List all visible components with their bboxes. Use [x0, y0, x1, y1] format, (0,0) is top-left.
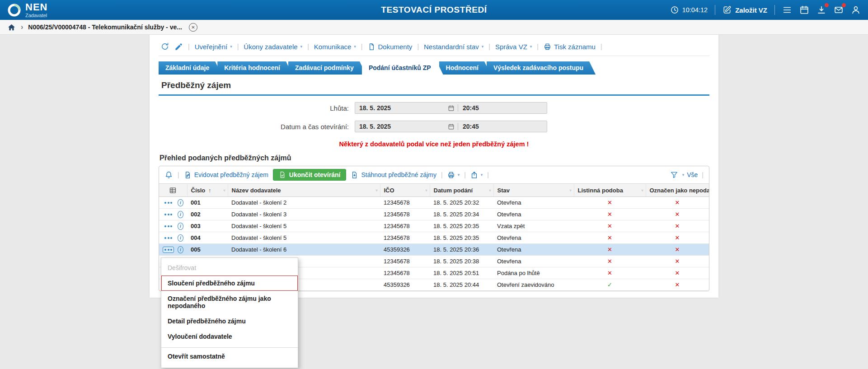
menu-label: Dokumenty — [378, 43, 413, 51]
table-row[interactable]: i 003Dodavatel - školení 5 1234567818. 5… — [159, 220, 709, 232]
divider: | — [178, 171, 179, 178]
funnel-icon — [670, 171, 678, 179]
close-record-button[interactable]: ✕ — [189, 23, 197, 32]
tab-hodnoceni[interactable]: Hodnocení — [439, 61, 491, 75]
table-header-row: Číslo ↑ ▿ Název dodavatele ▿ IČO ▿ — [159, 184, 709, 197]
ctx-slouceni[interactable]: Sloučení předběžného zájmu — [161, 276, 298, 291]
row-menu-button[interactable] — [163, 211, 174, 218]
home-icon — [7, 23, 16, 32]
evidovat-button[interactable]: Evidovat předběžný zájem — [184, 171, 268, 179]
column-settings-header[interactable] — [159, 184, 187, 197]
nepodany-mark: ✕ — [646, 232, 709, 244]
col-nepodany[interactable]: Označen jako nepodaný — [646, 184, 709, 197]
filter-button[interactable] — [670, 171, 678, 179]
menu-sprava-vz[interactable]: Správa VZ ▾ — [495, 43, 532, 51]
info-icon[interactable]: i — [178, 223, 183, 230]
oteviranie-date-value[interactable]: 18. 5. 2025 — [355, 123, 448, 130]
profile-button[interactable] — [851, 5, 861, 15]
col-datum[interactable]: Datum podání ▿ — [430, 184, 493, 197]
lhuta-date-value[interactable]: 18. 5. 2025 — [355, 104, 448, 112]
col-listinna[interactable]: Listinná podoba ▿ — [574, 184, 646, 197]
col-stav[interactable]: Stav ▿ — [493, 184, 574, 197]
divider: | — [488, 43, 490, 50]
ctx-oznaceni-nepodaneho[interactable]: Označení předběžného zájmu jako nepodané… — [161, 291, 298, 313]
downloads-button[interactable] — [816, 5, 826, 15]
info-icon[interactable]: i — [178, 234, 183, 242]
divider: | — [487, 171, 489, 178]
table-row[interactable]: i 001Dodavatel - školení 2 1234567818. 5… — [159, 197, 709, 209]
ukoncit-oteviranie-button[interactable]: Ukončit otevírání — [273, 169, 347, 181]
menu-label: Správa VZ — [495, 43, 527, 51]
filter-caret-icon[interactable]: ▿ — [223, 188, 225, 192]
calendar-icon[interactable] — [448, 123, 455, 130]
section-header: Předběžný zájem — [159, 75, 709, 96]
lhuta-time-value[interactable]: 20:45 — [458, 104, 479, 112]
menu-ukony-zadavatele[interactable]: Úkony zadavatele ▾ — [244, 43, 302, 51]
caret-down-icon: ▾ — [530, 44, 532, 49]
caret-down-icon: ▾ — [230, 44, 232, 49]
calendar-icon[interactable] — [448, 105, 455, 112]
col-cislo[interactable]: Číslo ↑ ▿ — [187, 184, 228, 197]
bell-icon — [164, 171, 173, 179]
tab-zakladni-udaje[interactable]: Základní údaje — [159, 61, 221, 75]
nepodany-mark: ✕ — [646, 220, 709, 232]
sort-asc-icon: ↑ — [208, 187, 211, 194]
col-ico[interactable]: IČO ▿ — [380, 184, 430, 197]
menu-komunikace[interactable]: Komunikace ▾ — [314, 43, 356, 51]
stahnout-button[interactable]: Stáhnout předběžné zájmy — [351, 171, 436, 179]
ctx-otevrit-samostatne[interactable]: Otevřít samostatně — [161, 349, 298, 364]
messages-button[interactable] — [834, 5, 844, 15]
home-button[interactable] — [7, 23, 16, 32]
menu-nestandardni-stav[interactable]: Nestandardní stav ▾ — [424, 43, 483, 51]
tab-kriteria-hodnoceni[interactable]: Kritéria hodnocení — [217, 61, 292, 75]
filter-caret-icon[interactable]: ▿ — [489, 188, 491, 192]
tab-vysledek-zadavaciho-postupu[interactable]: Výsledek zadávacího postupu — [487, 61, 596, 75]
filter-caret-icon[interactable]: ▿ — [641, 188, 643, 192]
tab-zadavaci-podminky[interactable]: Zadávací podmínky — [288, 61, 366, 75]
main-menu-button[interactable] — [782, 5, 792, 15]
breadcrumb-item[interactable]: N006/25/V00004748 - Telekomunikační služ… — [28, 23, 182, 31]
row-menu-button[interactable] — [163, 223, 174, 229]
info-icon[interactable]: i — [178, 246, 183, 253]
ctx-vylouceni[interactable]: Vyloučení dodavatele — [161, 329, 298, 344]
edit-record-button[interactable] — [174, 42, 183, 51]
create-vz-button[interactable]: Založit VZ — [723, 5, 767, 14]
filter-preset-vse[interactable]: ▾ Vše — [682, 171, 698, 178]
col-nazev[interactable]: Název dodavatele ▿ — [228, 184, 380, 197]
logo-text: NEN — [25, 2, 47, 12]
listinna-mark: ✕ — [574, 209, 646, 220]
listinna-mark: ✕ — [574, 244, 646, 256]
tab-podani-ucastniku-zp[interactable]: Podání účastníků ZP — [362, 61, 443, 75]
filter-caret-icon[interactable]: ▿ — [425, 188, 427, 192]
col-label: Označen jako nepodaný — [650, 187, 709, 194]
menu-dokumenty[interactable]: Dokumenty — [368, 43, 413, 51]
row-menu-button[interactable] — [163, 235, 174, 241]
ctx-detail[interactable]: Detail předběžného zájmu — [161, 313, 298, 329]
menu-label: Úkony zadavatele — [244, 43, 297, 51]
export-button[interactable]: ▾ — [470, 171, 483, 179]
oteviranie-time-value[interactable]: 20:45 — [458, 123, 479, 130]
info-icon[interactable]: i — [178, 199, 183, 206]
nen-logo[interactable]: NEN Zadavatel — [7, 2, 47, 18]
menu-tisk-zaznamu[interactable]: Tisk záznamu — [544, 43, 596, 51]
nepodany-mark: ✕ — [646, 244, 709, 256]
row-menu-button[interactable] — [163, 200, 174, 206]
listinna-mark: ✕ — [574, 220, 646, 232]
watch-button[interactable] — [164, 171, 173, 179]
record-tabs: Základní údaje Kritéria hodnocení Zadáva… — [159, 61, 709, 75]
info-icon[interactable]: i — [178, 211, 183, 218]
table-row-selected[interactable]: i 005Dodavatel - školení 6 4535932618. 5… — [159, 244, 709, 256]
filter-caret-icon[interactable]: ▿ — [375, 188, 377, 192]
table-row[interactable]: i 002Dodavatel - školení 3 1234567818. 5… — [159, 209, 709, 220]
col-label: Číslo — [191, 187, 206, 194]
filter-caret-icon[interactable]: ▿ — [569, 188, 571, 192]
hamburger-icon — [782, 5, 792, 15]
ctx-desifrovat: Dešifrovat — [161, 260, 298, 276]
table-row[interactable]: i 004Dodavatel - školení 5 1234567818. 5… — [159, 232, 709, 244]
print-grid-button[interactable]: ▾ — [447, 171, 460, 179]
row-menu-button-active[interactable] — [163, 247, 174, 253]
caret-down-icon: ▾ — [482, 44, 484, 49]
calendar-button[interactable] — [799, 5, 809, 15]
menu-uverejneni[interactable]: Uveřejnění ▾ — [195, 43, 232, 51]
refresh-button[interactable] — [160, 42, 169, 51]
